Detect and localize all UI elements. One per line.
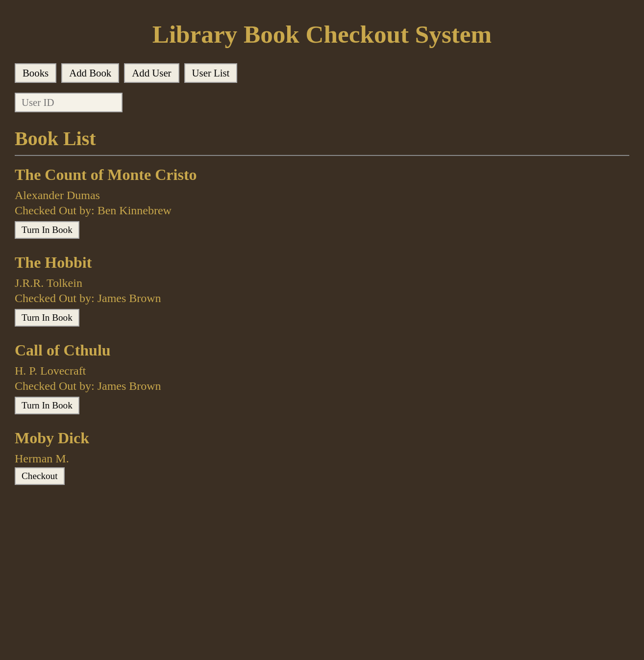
book-author: H. P. Lovecraft [15, 364, 629, 378]
book-item: The HobbitJ.R.R. TolkeinChecked Out by: … [15, 254, 629, 327]
turn-in-button[interactable]: Turn In Book [15, 397, 79, 414]
book-list-title: Book List [15, 127, 629, 150]
book-list: The Count of Monte CristoAlexander Dumas… [15, 166, 629, 485]
book-author: Alexander Dumas [15, 189, 629, 202]
add-book-button[interactable]: Add Book [61, 63, 119, 83]
book-title: The Hobbit [15, 254, 629, 272]
user-id-input[interactable] [15, 93, 123, 112]
user-list-button[interactable]: User List [184, 63, 238, 83]
book-checked-out-by: Checked Out by: James Brown [15, 380, 629, 393]
checkout-button[interactable]: Checkout [15, 467, 65, 485]
add-user-button[interactable]: Add User [124, 63, 179, 83]
book-checked-out-by: Checked Out by: Ben Kinnebrew [15, 204, 629, 217]
page-title: Library Book Checkout System [15, 20, 629, 49]
turn-in-button[interactable]: Turn In Book [15, 221, 79, 239]
book-title: The Count of Monte Cristo [15, 166, 629, 184]
book-checked-out-by: Checked Out by: James Brown [15, 292, 629, 305]
book-author: J.R.R. Tolkein [15, 277, 629, 290]
book-title: Moby Dick [15, 429, 629, 447]
book-item: The Count of Monte CristoAlexander Dumas… [15, 166, 629, 239]
book-author: Herman M. [15, 452, 629, 465]
section-divider [15, 155, 629, 156]
book-item: Moby DickHerman M.Checkout [15, 429, 629, 485]
books-button[interactable]: Books [15, 63, 56, 83]
nav-buttons: Books Add Book Add User User List [15, 63, 629, 83]
book-title: Call of Cthulu [15, 341, 629, 359]
book-item: Call of CthuluH. P. LovecraftChecked Out… [15, 341, 629, 414]
turn-in-button[interactable]: Turn In Book [15, 309, 79, 327]
